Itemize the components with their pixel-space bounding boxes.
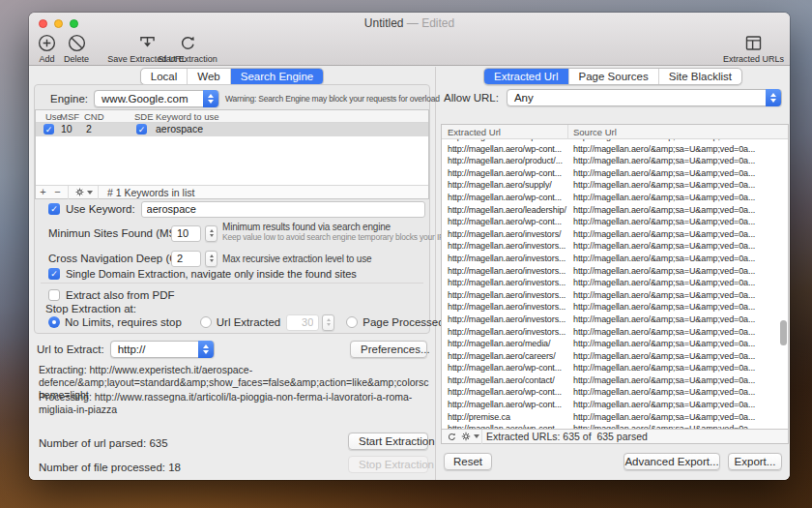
- tab-page-sources[interactable]: Page Sources: [569, 69, 659, 84]
- msf-stepper[interactable]: [205, 225, 218, 242]
- remove-keyword-button[interactable]: −: [50, 186, 65, 198]
- table-row[interactable]: http://magellan.aero/product/... http://…: [442, 155, 788, 167]
- gear-icon: [74, 187, 85, 197]
- table-row[interactable]: http://magellan.aero/wp-cont... http://m…: [442, 362, 788, 374]
- section-divider: [41, 283, 423, 284]
- extracted-url-cell: http://magellan.aero/careers/: [442, 350, 567, 363]
- source-url-cell: http://magellan.aero/&amp;sa=U&amp;ved=0…: [567, 386, 788, 399]
- reset-button[interactable]: Reset: [444, 453, 492, 470]
- use-keyword-label: Use Keyword:: [66, 203, 135, 215]
- extracted-url-cell: http://magellan.aero/wp-cont...: [442, 423, 567, 429]
- start-extraction-toolbar-button[interactable]: Start Extraction: [147, 33, 228, 64]
- table-row[interactable]: http://magellan.aero/investors... http:/…: [442, 265, 788, 278]
- table-row[interactable]: http://magellan.aero/investors... http:/…: [442, 289, 788, 302]
- table-row[interactable]: http://magellan.aero/wp-cont... http://m…: [442, 399, 788, 411]
- extracted-url-cell: http://magellan.aero/contact/: [442, 374, 567, 387]
- table-row[interactable]: http://magellan.aero/wp-cont... http://m…: [442, 167, 788, 180]
- source-url-cell: http://magellan.aero/&amp;sa=U&amp;ved=0…: [567, 301, 788, 314]
- stop-extraction-at-label: Stop Extraction at:: [45, 303, 136, 314]
- no-limits-radio[interactable]: [48, 316, 60, 328]
- start-extraction-button[interactable]: Start Extraction: [348, 433, 428, 450]
- processing-status: Processing: http://www.rassegna.it/artic…: [39, 391, 429, 416]
- cnd-input[interactable]: [171, 251, 201, 267]
- tab-search-engine[interactable]: Search Engine: [231, 69, 323, 84]
- source-url-cell: http://magellan.aero/&amp;sa=U&amp;ved=0…: [567, 240, 788, 253]
- delete-button[interactable]: Delete: [64, 33, 89, 64]
- extracted-urls-table-header: Extracted Url Source Url: [442, 125, 788, 139]
- msf-label: Minimun Sites Found (MSF):: [48, 227, 189, 239]
- url-extracted-radio[interactable]: [200, 316, 212, 328]
- single-domain-checkbox[interactable]: ✓: [48, 268, 60, 280]
- table-row[interactable]: http://magellan.aero/wp-cont... http://m…: [442, 216, 788, 228]
- table-row[interactable]: http://magellan.aero/investors... http:/…: [442, 253, 788, 265]
- table-row[interactable]: http://magellan.aero/media/ http://magel…: [442, 338, 788, 350]
- source-url-cell: http://magellan.aero/&amp;sa=U&amp;ved=0…: [567, 399, 788, 411]
- source-url-cell: http://magellan.aero/&amp;sa=U&amp;ved=0…: [567, 228, 788, 241]
- table-row[interactable]: http://magellan.aero/wp-cont... http://m…: [442, 143, 788, 156]
- extracted-url-cell: http://magellan.aero/investors...: [442, 301, 567, 314]
- results-tabs: Extracted Url Page Sources Site Blacklis…: [483, 68, 742, 85]
- source-url-cell: http://magellan.aero/&amp;sa=U&amp;ved=0…: [567, 179, 788, 192]
- tab-site-blacklist[interactable]: Site Blacklist: [659, 69, 741, 84]
- scrollbar-thumb[interactable]: [780, 320, 787, 345]
- table-row[interactable]: http://magellan.aero/investors... http:/…: [442, 277, 788, 289]
- extracted-url-cell: http://magellan.aero/wp-cont...: [442, 362, 567, 374]
- source-url-cell: http://magellan.aero/&amp;sa=U&amp;ved=0…: [567, 314, 788, 326]
- table-row[interactable]: http://magellan.aero/wp-cont... http://m…: [442, 386, 788, 399]
- table-row[interactable]: http://magellan.aero/supply/ http://mage…: [442, 179, 788, 192]
- extracted-urls-table-body[interactable]: http://magellan.aero/wp-cont... http://m…: [442, 139, 788, 429]
- table-row[interactable]: http://magellan.aero/wp-cont... http://m…: [442, 192, 788, 204]
- table-row[interactable]: http://magellan.aero/investors... http:/…: [442, 314, 788, 326]
- table-row[interactable]: http://magellan.aero/investors... http:/…: [442, 240, 788, 253]
- page-processed-radio[interactable]: [346, 316, 358, 328]
- export-button[interactable]: Export...: [728, 453, 782, 470]
- url-to-extract-label: Url to Extract:: [37, 344, 104, 355]
- table-row[interactable]: http://magellan.aero/leadership/ http://…: [442, 204, 788, 217]
- allow-url-select[interactable]: Any: [507, 89, 782, 106]
- sde-checkbox[interactable]: ✓: [136, 124, 147, 134]
- use-checkbox[interactable]: ✓: [44, 124, 54, 134]
- tab-extracted-url[interactable]: Extracted Url: [484, 69, 568, 84]
- table-row[interactable]: http://magellan.aero/careers/ http://mag…: [442, 350, 788, 363]
- source-url-cell: http://magellan.aero/&amp;sa=U&amp;ved=0…: [567, 277, 788, 289]
- url-extracted-input[interactable]: [286, 314, 319, 331]
- stop-extraction-button[interactable]: Stop Extraction: [348, 456, 428, 473]
- keyword-row[interactable]: ✓ 10 2 ✓ aerospace: [36, 123, 428, 136]
- add-button[interactable]: Add: [37, 33, 57, 64]
- tab-local[interactable]: Local: [141, 69, 188, 84]
- msf-input[interactable]: [171, 225, 201, 242]
- table-row[interactable]: http://magellan.aero/investors... http:/…: [442, 326, 788, 339]
- extracted-urls-toolbar-button[interactable]: Extracted URLs: [723, 33, 784, 64]
- preferences-button[interactable]: Preferences...: [350, 341, 427, 358]
- cnd-stepper[interactable]: [205, 251, 218, 267]
- advanced-export-button[interactable]: Advanced Export...: [624, 453, 720, 470]
- page-processed-label: Page Processed: [362, 316, 444, 328]
- url-to-extract-select[interactable]: http://: [110, 341, 215, 358]
- url-extracted-stepper[interactable]: [322, 314, 334, 331]
- extract-pdf-label: Extract also from PDF: [66, 289, 174, 301]
- engine-select[interactable]: www.Google.com: [94, 90, 219, 107]
- extract-pdf-checkbox[interactable]: [48, 289, 60, 301]
- extracted-url-cell: http://magellan.aero/wp-cont...: [442, 216, 567, 228]
- add-keyword-button[interactable]: +: [36, 186, 50, 198]
- use-keyword-input[interactable]: [141, 201, 425, 218]
- extracted-url-cell: http://magellan.aero/investors...: [442, 314, 567, 326]
- table-row[interactable]: http://premise.ca http://magellan.aero/&…: [442, 411, 788, 424]
- extracted-url-cell: http://magellan.aero/supply/: [442, 179, 567, 192]
- use-keyword-checkbox[interactable]: ✓: [48, 203, 60, 215]
- keyword-actions-button[interactable]: [72, 187, 95, 197]
- url-extracted-label: Url Extracted: [217, 316, 280, 328]
- refresh-icon[interactable]: [447, 432, 457, 442]
- table-row[interactable]: http://magellan.aero/investors... http:/…: [442, 301, 788, 314]
- table-row[interactable]: http://magellan.aero/contact/ http://mag…: [442, 374, 788, 387]
- add-icon: [37, 33, 57, 53]
- extracted-url-cell: http://magellan.aero/leadership/: [442, 204, 567, 217]
- source-tabs: Local Web Search Engine: [140, 68, 324, 85]
- table-row[interactable]: http://magellan.aero/wp-cont... http://m…: [442, 423, 788, 429]
- gear-icon[interactable]: [460, 431, 472, 442]
- msf-hint: Minimum results found via search engine: [222, 222, 445, 232]
- source-url-cell: http://magellan.aero/&amp;sa=U&amp;ved=0…: [567, 374, 788, 387]
- tab-web[interactable]: Web: [188, 69, 230, 84]
- table-row[interactable]: http://magellan.aero/investors/ http://m…: [442, 228, 788, 241]
- extracted-url-cell: http://magellan.aero/investors...: [442, 253, 567, 265]
